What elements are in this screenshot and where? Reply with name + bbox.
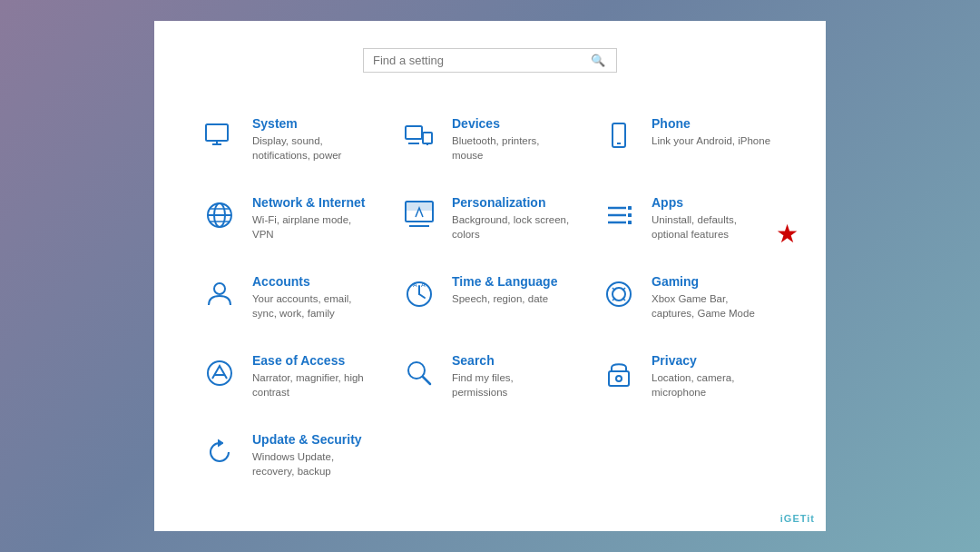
settings-item-personalization[interactable]: Personalization Background, lock screen,… [390, 179, 590, 258]
system-icon [200, 116, 240, 156]
devices-icon [399, 116, 439, 156]
watermark-text: iGETit [780, 513, 815, 524]
item-desc-apps: Uninstall, defaults, optional features [652, 212, 771, 242]
svg-line-37 [423, 377, 430, 384]
settings-item-phone[interactable]: Phone Link your Android, iPhone [590, 100, 789, 179]
time-icon: A A [399, 274, 439, 314]
item-desc-privacy: Location, camera, microphone [652, 370, 771, 399]
item-title-accounts: Accounts [252, 274, 372, 289]
svg-text:A: A [413, 281, 417, 288]
search-icon: 🔍 [591, 54, 605, 67]
item-desc-network: Wi-Fi, airplane mode, VPN [252, 212, 372, 242]
item-desc-accounts: Your accounts, email, sync, work, family [252, 291, 372, 320]
gaming-icon [599, 274, 639, 314]
item-title-network: Network & Internet [252, 195, 372, 210]
privacy-icon [599, 353, 639, 393]
settings-item-apps[interactable]: Apps Uninstall, defaults, optional featu… [590, 179, 789, 258]
item-title-system: System [252, 116, 372, 131]
svg-rect-4 [423, 133, 432, 143]
settings-window: 🔍 System Display, sound, notifications, … [154, 21, 826, 532]
item-title-search: Search [452, 353, 572, 368]
settings-item-accounts[interactable]: Accounts Your accounts, email, sync, wor… [191, 258, 390, 337]
search-input[interactable] [373, 54, 591, 67]
update-icon [200, 432, 240, 472]
settings-item-privacy[interactable]: Privacy Location, camera, microphone [590, 337, 789, 416]
settings-item-system[interactable]: System Display, sound, notifications, po… [191, 100, 390, 179]
personalization-icon [399, 195, 439, 235]
item-title-devices: Devices [452, 116, 572, 131]
svg-line-26 [419, 294, 425, 298]
item-desc-search: Find my files, permissions [452, 370, 572, 399]
item-desc-update: Windows Update, recovery, backup [252, 449, 372, 478]
svg-text:A: A [421, 281, 426, 288]
item-title-time: Time & Language [452, 274, 557, 289]
svg-rect-22 [628, 221, 632, 224]
settings-item-search[interactable]: Search Find my files, permissions [390, 337, 590, 416]
svg-rect-3 [406, 126, 422, 139]
item-title-apps: Apps [652, 195, 771, 210]
svg-point-29 [607, 282, 631, 306]
item-desc-devices: Bluetooth, printers, mouse [452, 133, 572, 163]
search-bar-wrapper: 🔍 [191, 48, 789, 73]
search-bar[interactable]: 🔍 [363, 48, 617, 73]
settings-item-update[interactable]: Update & Security Windows Update, recove… [191, 416, 390, 495]
ease-icon [200, 353, 240, 393]
item-title-update: Update & Security [252, 432, 372, 447]
svg-point-23 [214, 283, 225, 294]
settings-item-ease[interactable]: Ease of Access Narrator, magnifier, high… [191, 337, 390, 416]
settings-item-gaming[interactable]: Gaming Xbox Game Bar, captures, Game Mod… [590, 258, 789, 337]
settings-item-time[interactable]: A A Time & Language Speech, region, date [390, 258, 590, 337]
item-title-personalization: Personalization [452, 195, 572, 210]
item-desc-phone: Link your Android, iPhone [652, 133, 770, 148]
item-desc-time: Speech, region, date [452, 291, 557, 306]
item-desc-personalization: Background, lock screen, colors [452, 212, 572, 242]
item-title-gaming: Gaming [652, 274, 771, 289]
svg-rect-20 [628, 206, 632, 210]
phone-icon [599, 116, 639, 156]
item-desc-system: Display, sound, notifications, power [252, 133, 372, 163]
item-desc-gaming: Xbox Game Bar, captures, Game Mode [652, 291, 771, 320]
item-title-phone: Phone [652, 116, 770, 131]
search-icon [399, 353, 439, 393]
settings-grid: System Display, sound, notifications, po… [191, 100, 789, 496]
apps-icon [599, 195, 639, 235]
item-title-privacy: Privacy [652, 353, 771, 368]
svg-rect-0 [206, 124, 228, 141]
star-annotation: ★ [776, 219, 799, 249]
settings-item-devices[interactable]: Devices Bluetooth, printers, mouse [390, 100, 590, 179]
item-title-ease: Ease of Access [252, 353, 372, 368]
svg-point-39 [616, 376, 622, 381]
settings-item-network[interactable]: Network & Internet Wi-Fi, airplane mode,… [191, 179, 390, 258]
item-desc-ease: Narrator, magnifier, high contrast [252, 370, 372, 399]
accounts-icon [200, 274, 240, 314]
svg-rect-38 [609, 371, 629, 386]
svg-rect-21 [628, 213, 632, 217]
network-icon [200, 195, 240, 235]
